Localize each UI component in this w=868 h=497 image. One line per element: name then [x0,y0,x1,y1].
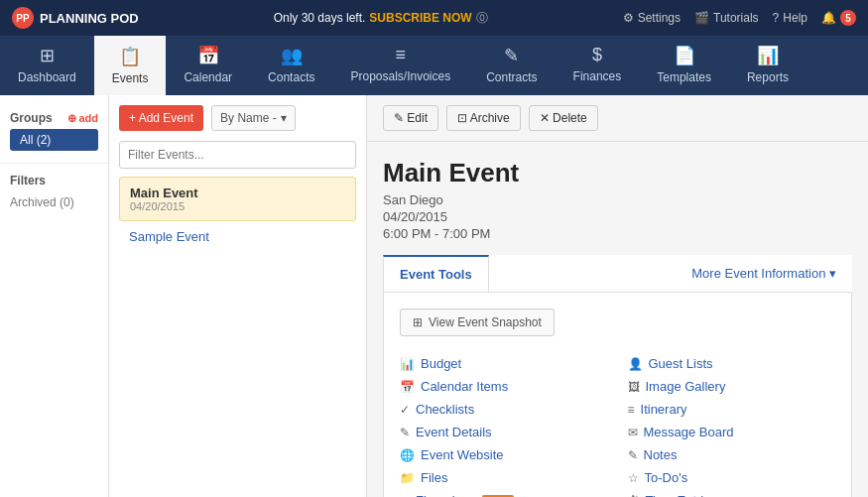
nav-bar: ⊞ Dashboard 📋 Events 📅 Calendar 👥 Contac… [0,36,868,95]
budget-icon: 📊 [400,357,415,371]
add-label: add [78,112,98,124]
event-time-display: 6:00 PM - 7:00 PM [383,226,852,241]
nav-proposals[interactable]: ≡ Proposals/Invoices [332,36,468,95]
delete-button[interactable]: ✕ Delete [529,105,598,131]
nav-finances[interactable]: $ Finances [556,36,640,95]
nav-reports[interactable]: 📊 Reports [729,36,806,95]
grid-icon: ⊞ [413,315,423,329]
reports-icon: 📊 [757,45,779,66]
image-gallery-icon: 🖼 [628,380,640,394]
budget-label: Budget [421,356,461,371]
help-link[interactable]: ? Help [773,11,807,25]
nav-templates[interactable]: 📄 Templates [639,36,729,95]
event-tools-tab[interactable]: Event Tools [383,255,489,292]
event-location: San Diego [383,192,852,207]
view-snapshot-button[interactable]: ⊞ View Event Snapshot [400,309,555,336]
tool-files[interactable]: 📁 Files [400,466,608,489]
time-entries-icon: ⏱ [628,494,640,498]
image-gallery-label: Image Gallery [646,379,726,394]
event-date-display: 04/20/2015 [383,209,852,224]
checklists-label: Checklists [416,402,474,417]
main-layout: Groups ⊕ add All (2) Filters Archived (0… [0,95,868,497]
tool-message-board[interactable]: ✉ Message Board [628,421,836,443]
tools-right-col: 👤 Guest Lists 🖼 Image Gallery ≡ Itinerar… [628,352,836,497]
nav-dashboard-label: Dashboard [18,70,76,84]
event-list-item-sample[interactable]: Sample Event [119,223,356,250]
finances-icon: $ [592,45,602,65]
nav-events-label: Events [112,71,149,85]
top-bar-right: ⚙ Settings 🎬 Tutorials ? Help 🔔 5 [623,10,856,26]
message-board-label: Message Board [644,425,734,439]
event-website-label: Event Website [421,447,504,462]
calendar-icon: 📅 [197,45,219,66]
event-list-item[interactable]: Main Event 04/20/2015 [119,177,356,221]
nav-dashboard[interactable]: ⊞ Dashboard [0,36,94,95]
edit-button[interactable]: ✎ Edit [383,105,438,131]
tool-notes[interactable]: ✎ Notes [628,443,836,466]
tool-time-entries[interactable]: ⏱ Time Entries [628,489,836,497]
tool-to-dos[interactable]: ☆ To-Do's [628,466,836,489]
tool-image-gallery[interactable]: 🖼 Image Gallery [628,375,836,398]
tools-content: ⊞ View Event Snapshot 📊 Budget 📅 Calenda… [383,293,852,497]
tool-calendar-items[interactable]: 📅 Calendar Items [400,375,608,398]
tool-floorplans[interactable]: ⊞ Floorplans BETA [400,489,608,497]
content-header: ✎ Edit ⊡ Archive ✕ Delete [367,95,868,142]
sort-button[interactable]: By Name - ▾ [211,105,296,131]
tutorials-link[interactable]: 🎬 Tutorials [694,11,759,25]
sidebar-groups-section: Groups ⊕ add All (2) [0,105,108,157]
nav-proposals-label: Proposals/Invoices [350,69,450,83]
chevron-down-icon: ▾ [281,111,287,125]
itinerary-icon: ≡ [628,403,635,417]
templates-icon: 📄 [674,45,695,66]
nav-calendar[interactable]: 📅 Calendar [166,36,250,95]
nav-contacts-label: Contacts [268,70,314,84]
filter-events-input[interactable] [119,141,356,169]
tool-itinerary[interactable]: ≡ Itinerary [628,398,836,421]
itinerary-label: Itinerary [641,402,687,417]
sidebar-item-all[interactable]: All (2) [10,129,98,151]
nav-contracts[interactable]: ✎ Contracts [468,36,555,95]
calendar-items-label: Calendar Items [421,379,508,394]
event-website-icon: 🌐 [400,448,415,462]
more-info-tab[interactable]: More Event Information ▾ [676,255,852,292]
nav-events[interactable]: 📋 Events [94,36,167,95]
message-board-icon: ✉ [628,426,638,439]
help-icon: ? [773,11,780,25]
tool-budget[interactable]: 📊 Budget [400,352,608,375]
tool-event-details[interactable]: ✎ Event Details [400,421,608,443]
logo-text: PLANNING POD [40,11,139,26]
to-dos-label: To-Do's [645,470,688,485]
guest-lists-label: Guest Lists [649,356,713,371]
checklists-icon: ✓ [400,403,410,417]
sidebar-add-group-btn[interactable]: ⊕ add [67,112,98,125]
tool-checklists[interactable]: ✓ Checklists [400,398,608,421]
sidebar-divider [0,163,108,164]
event-name: Main Event [130,186,345,200]
calendar-items-icon: 📅 [400,380,415,394]
tool-guest-lists[interactable]: 👤 Guest Lists [628,352,836,375]
trial-message: Only 30 days left. [274,11,366,25]
settings-label: Settings [638,11,681,25]
settings-link[interactable]: ⚙ Settings [623,11,681,25]
contracts-icon: ✎ [504,45,519,66]
top-bar: PP PLANNING POD Only 30 days left. SUBSC… [0,0,868,36]
archive-button[interactable]: ⊡ Archive [446,105,521,131]
tool-event-website[interactable]: 🌐 Event Website [400,443,608,466]
dashboard-icon: ⊞ [40,45,55,66]
nav-reports-label: Reports [747,70,789,84]
floorplans-label: Floorplans [416,493,476,497]
main-content: ✎ Edit ⊡ Archive ✕ Delete Main Event San… [367,95,868,497]
to-dos-icon: ☆ [628,471,639,485]
notes-label: Notes [644,447,678,462]
nav-calendar-label: Calendar [184,70,232,84]
help-label: Help [783,11,807,25]
nav-contacts[interactable]: 👥 Contacts [250,36,332,95]
plus-icon: ⊕ [67,112,76,125]
sidebar-filter-archived[interactable]: Archived (0) [0,191,108,213]
subscribe-now[interactable]: SUBSCRIBE NOW [369,11,471,25]
add-event-button[interactable]: + Add Event [119,105,203,131]
guest-lists-icon: 👤 [628,357,643,371]
nav-contracts-label: Contracts [486,70,537,84]
notification-link[interactable]: 🔔 5 [821,10,856,26]
tools-grid: 📊 Budget 📅 Calendar Items ✓ Checklists [400,352,835,497]
